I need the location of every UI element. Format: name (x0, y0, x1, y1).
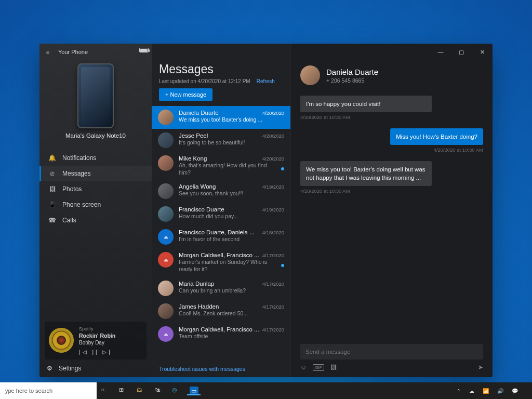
edge-icon[interactable]: ◎ (167, 387, 185, 395)
thread-item[interactable]: Angelia Wong 4/19/2020 See you soon, tha… (152, 180, 290, 203)
file-explorer-icon[interactable]: 🗂 (132, 387, 150, 395)
thread-avatar (158, 155, 174, 171)
nav-icon: ☎ (48, 217, 56, 224)
thread-avatar (158, 132, 174, 148)
troubleshoot-link[interactable]: Troubleshoot issues with messages (152, 363, 290, 377)
message-timestamp: 4/20/2020 at 10:30 AM (300, 188, 432, 194)
chat-pane: Daniela Duarte + 206 545 8665 I'm so hap… (291, 44, 493, 377)
hamburger-icon[interactable]: ≡ (39, 44, 56, 60)
thread-date: 4/20/2020 (262, 133, 284, 139)
nav-icon: 🖼 (48, 185, 56, 193)
emoji-icon[interactable]: ☺ (300, 364, 307, 371)
task-view-icon[interactable]: ⊞ (114, 387, 132, 395)
send-icon[interactable]: ➤ (478, 364, 483, 371)
thread-date: 4/20/2020 (262, 110, 284, 116)
album-art (49, 328, 74, 353)
nav-label: Notifications (62, 154, 96, 162)
refresh-link[interactable]: Refresh (257, 78, 275, 84)
tray-action-center-icon[interactable]: 💬 (510, 388, 520, 394)
thread-list[interactable]: Daniela Duarte 4/20/2020 We miss you too… (152, 106, 290, 363)
taskbar: ype here to search ○ ⊞ 🗂 🛍 ◎ ▭ ⌄ ☁ 📶 🔊 💬 (0, 382, 532, 399)
message-bubble[interactable]: Miss you! How's Baxter doing? (390, 128, 483, 145)
sidebar-item-notifications[interactable]: 🔔 Notifications (39, 150, 152, 166)
contact-name: Daniela Duarte (326, 68, 378, 76)
thread-date: 4/17/2020 (262, 304, 284, 310)
message-bubble[interactable]: We miss you too! Baxter's doing well but… (300, 161, 432, 186)
thread-name: Morgan Caldwell, Francisco ... (179, 252, 259, 258)
thread-avatar: ஃ (158, 229, 174, 245)
system-tray[interactable]: ⌄ ☁ 📶 🔊 💬 (451, 382, 532, 399)
thread-item[interactable]: Maria Dunlap 4/17/2020 Can you bring an … (152, 277, 290, 300)
settings-label: Settings (59, 365, 81, 372)
image-icon[interactable]: 🖼 (330, 364, 337, 371)
media-card[interactable]: Spotify Rockin' Robin Bobby Day |◁ || ▷| (45, 322, 147, 360)
unread-dot (281, 264, 284, 267)
contact-avatar[interactable] (300, 65, 320, 85)
new-message-button[interactable]: + New message (159, 88, 212, 101)
tray-volume-icon[interactable]: 🔊 (496, 388, 505, 394)
your-phone-taskbar-icon[interactable]: ▭ (185, 387, 203, 395)
thread-avatar (158, 183, 174, 199)
thread-item[interactable]: Mike Kong 4/20/2020 Ah, that's amazing! … (152, 152, 290, 180)
gif-icon[interactable]: GIF (313, 364, 324, 371)
app-title: Your Phone (56, 49, 90, 55)
window-minimize[interactable]: — (430, 44, 451, 60)
thread-name: Mike Kong (179, 155, 207, 162)
thread-item[interactable]: ஃ Morgan Caldwell, Francisco ... 4/17/20… (152, 323, 290, 345)
thread-date: 4/17/2020 (262, 252, 284, 258)
thread-avatar (158, 303, 174, 319)
settings-button[interactable]: ⚙ Settings (39, 360, 152, 377)
sidebar-item-messages[interactable]: ⎚ Messages (39, 166, 152, 181)
message-list: I'm so happy you could visit! 4/20/2020 … (300, 96, 483, 344)
tray-wifi-icon[interactable]: 📶 (481, 388, 490, 394)
message-timestamp: 4/20/2020 at 10:30 AM (300, 114, 432, 120)
store-icon[interactable]: 🛍 (150, 387, 167, 395)
thread-name: Morgan Caldwell, Francisco ... (179, 326, 259, 332)
thread-date: 4/18/2020 (262, 230, 284, 235)
thread-preview: Ah, that's amazing! How did you find him… (179, 162, 279, 176)
thread-preview: Team offsite (179, 333, 208, 340)
media-artist: Bobby Day (79, 339, 142, 347)
taskbar-search[interactable]: ype here to search (0, 382, 97, 399)
thread-preview: Cool! Ms. Zenk ordered 50... (179, 310, 248, 317)
app-window: ≡ Your Phone — ▢ ✕ Maria's Galaxy Note10… (39, 44, 493, 377)
thread-item[interactable]: James Hadden 4/17/2020 Cool! Ms. Zenk or… (152, 300, 290, 323)
thread-avatar: ஃ (158, 252, 174, 268)
thread-date: 4/17/2020 (262, 281, 284, 287)
thread-item[interactable]: Daniela Duarte 4/20/2020 We miss you too… (152, 106, 290, 129)
thread-item[interactable]: Francisco Duarte 4/19/2020 How much did … (152, 203, 290, 225)
message-bubble[interactable]: I'm so happy you could visit! (300, 96, 432, 112)
tray-onedrive-icon[interactable]: ☁ (468, 388, 476, 394)
thread-name: Francisco Duarte (179, 206, 224, 212)
cortana-icon[interactable]: ○ (97, 387, 114, 395)
titlebar: ≡ Your Phone — ▢ ✕ (39, 44, 493, 60)
nav-icon: ⎚ (48, 170, 56, 177)
compose-input[interactable] (300, 344, 483, 360)
thread-name: Angelia Wong (179, 183, 216, 190)
chat-header: Daniela Duarte + 206 545 8665 (300, 65, 483, 85)
thread-avatar: ஃ (158, 326, 174, 342)
thread-date: 4/19/2020 (262, 184, 284, 190)
window-close[interactable]: ✕ (472, 44, 493, 60)
nav-label: Phone screen (62, 201, 101, 208)
sidebar-item-phone-screen[interactable]: 📱 Phone screen (39, 197, 152, 212)
media-track: Rockin' Robin (79, 332, 142, 339)
gear-icon: ⚙ (47, 365, 52, 372)
thread-name: Jesse Peel (179, 132, 208, 139)
sidebar-item-photos[interactable]: 🖼 Photos (39, 181, 152, 197)
window-maximize[interactable]: ▢ (451, 44, 472, 60)
tray-overflow-icon[interactable]: ⌄ (455, 388, 462, 394)
sidebar: Maria's Galaxy Note10 🔔 Notifications⎚ M… (39, 44, 152, 377)
thread-preview: How much did you pay... (179, 213, 238, 220)
message-sent: Miss you! How's Baxter doing? 4/20/2020 … (390, 128, 483, 159)
thread-item[interactable]: ஃ Morgan Caldwell, Francisco ... 4/17/20… (152, 248, 290, 276)
phone-preview[interactable] (77, 63, 114, 128)
thread-column: Messages Last updated on 4/20/2020 at 12… (152, 44, 291, 377)
sidebar-item-calls[interactable]: ☎ Calls (39, 212, 152, 228)
thread-preview: I'm in favor of the second (179, 236, 240, 243)
thread-item[interactable]: Jesse Peel 4/20/2020 It's going to be so… (152, 129, 290, 152)
device-name: Maria's Galaxy Note10 (39, 132, 152, 139)
media-controls[interactable]: |◁ || ▷| (79, 349, 142, 356)
thread-item[interactable]: ஃ Francisco Duarte, Daniela ... 4/18/202… (152, 225, 290, 248)
thread-date: 4/17/2020 (262, 327, 284, 332)
